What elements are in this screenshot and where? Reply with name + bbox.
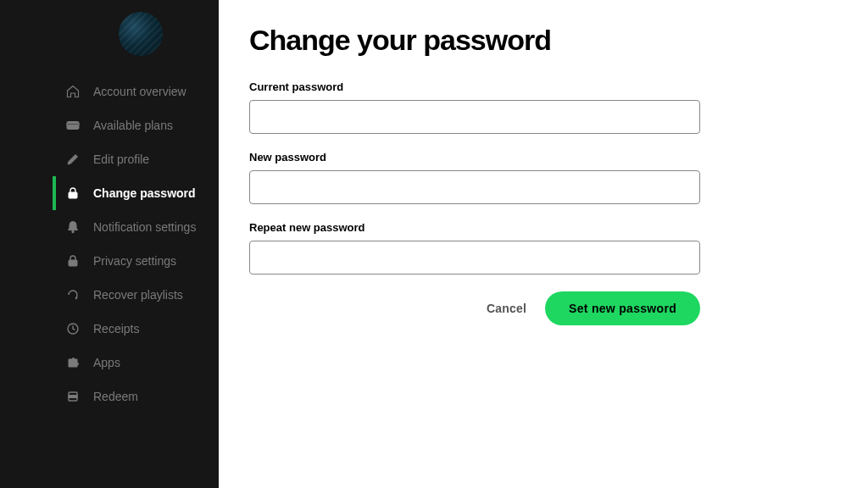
sidebar-item-change-password[interactable]: Change password (0, 176, 219, 210)
cancel-button[interactable]: Cancel (487, 302, 526, 315)
sidebar-item-notification-settings[interactable]: Notification settings (0, 210, 219, 244)
svg-rect-4 (69, 260, 77, 266)
redeem-icon (66, 390, 80, 403)
sidebar-item-edit-profile[interactable]: Edit profile (0, 142, 219, 176)
field-current-password: Current password (249, 80, 834, 134)
sidebar-item-label: Privacy settings (93, 254, 176, 268)
lock-icon (66, 186, 80, 200)
sidebar-item-redeem[interactable]: Redeem (0, 380, 219, 413)
sidebar-item-label: Receipts (93, 322, 139, 336)
sidebar-item-account-overview[interactable]: Account overview (0, 75, 219, 108)
sidebar-item-apps[interactable]: Apps (0, 346, 219, 380)
lock-icon (66, 254, 80, 268)
sidebar-item-available-plans[interactable]: Available plans (0, 108, 219, 142)
sidebar-nav: Account overview Available plans Edit pr… (0, 75, 219, 413)
set-password-button[interactable]: Set new password (545, 291, 700, 325)
svg-rect-1 (67, 124, 79, 125)
svg-rect-7 (69, 396, 77, 398)
repeat-password-label: Repeat new password (249, 221, 834, 234)
sidebar: Account overview Available plans Edit pr… (0, 0, 219, 488)
current-password-input[interactable] (249, 100, 700, 134)
field-new-password: New password (249, 151, 834, 204)
home-icon (66, 85, 80, 98)
card-icon (66, 119, 80, 132)
sidebar-item-label: Apps (93, 356, 120, 369)
main-content: Change your password Current password Ne… (219, 0, 868, 488)
sidebar-item-label: Notification settings (93, 220, 196, 234)
bell-icon (66, 220, 80, 234)
puzzle-icon (66, 356, 80, 369)
sidebar-item-label: Redeem (93, 390, 138, 403)
sidebar-item-recover-playlists[interactable]: Recover playlists (0, 278, 219, 312)
svg-rect-2 (69, 192, 77, 198)
sidebar-item-label: Change password (93, 186, 196, 200)
sidebar-item-receipts[interactable]: Receipts (0, 312, 219, 346)
sidebar-item-label: Account overview (93, 85, 186, 98)
new-password-label: New password (249, 151, 834, 164)
svg-point-3 (72, 230, 75, 233)
sidebar-item-label: Available plans (93, 119, 173, 132)
sidebar-item-label: Recover playlists (93, 288, 183, 302)
new-password-input[interactable] (249, 170, 700, 204)
clock-icon (66, 322, 80, 336)
repeat-password-input[interactable] (249, 241, 700, 274)
page-title: Change your password (249, 24, 834, 57)
pencil-icon (66, 152, 80, 166)
field-repeat-password: Repeat new password (249, 221, 834, 274)
sidebar-item-privacy-settings[interactable]: Privacy settings (0, 244, 219, 278)
sidebar-item-label: Edit profile (93, 152, 149, 166)
form-actions: Cancel Set new password (249, 291, 700, 325)
avatar[interactable] (119, 12, 163, 56)
current-password-label: Current password (249, 80, 834, 93)
refresh-icon (66, 288, 80, 302)
